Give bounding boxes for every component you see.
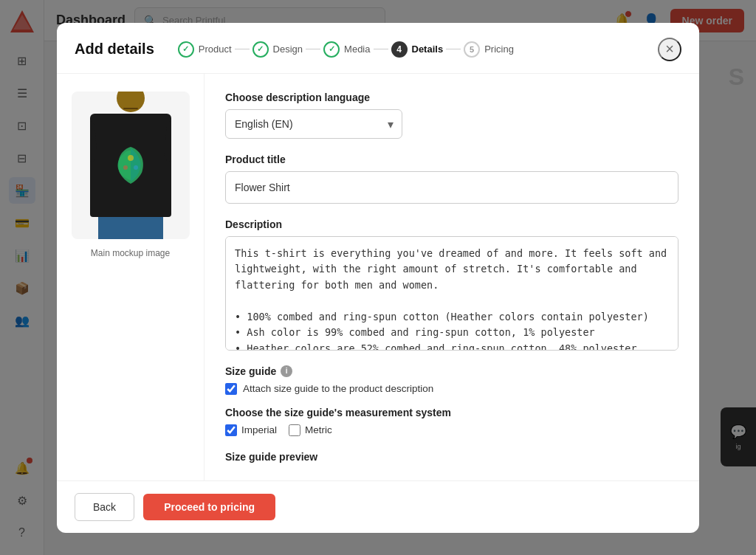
svg-point-4 bbox=[123, 165, 128, 170]
size-guide-info-icon[interactable]: i bbox=[281, 365, 292, 377]
step-icon-design: ✓ bbox=[252, 41, 269, 58]
add-details-modal: Add details ✓ Product ✓ Design ✓ Me bbox=[57, 23, 699, 533]
svg-point-5 bbox=[134, 165, 138, 170]
language-label: Choose description language bbox=[225, 92, 678, 103]
step-media[interactable]: ✓ Media bbox=[323, 41, 370, 58]
attach-size-guide-checkbox[interactable] bbox=[225, 383, 237, 395]
step-label-design: Design bbox=[273, 44, 303, 55]
step-pricing[interactable]: 5 Pricing bbox=[464, 41, 514, 58]
metric-checkbox[interactable] bbox=[289, 424, 300, 436]
imperial-label: Imperial bbox=[241, 424, 277, 435]
modal-left-panel: Main mockup image bbox=[57, 74, 205, 480]
modal-form: Choose description language English (EN)… bbox=[205, 74, 699, 480]
size-guide-preview-section: Size guide preview bbox=[225, 451, 678, 463]
modal-footer: Back Proceed to pricing bbox=[57, 480, 699, 533]
product-title-section: Product title bbox=[225, 154, 678, 204]
stepper: ✓ Product ✓ Design ✓ Media 4 bbox=[178, 41, 514, 58]
step-label-media: Media bbox=[344, 44, 370, 55]
step-icon-product: ✓ bbox=[178, 41, 194, 58]
step-divider-4 bbox=[446, 49, 461, 49]
step-divider-1 bbox=[235, 49, 250, 49]
metric-label: Metric bbox=[305, 424, 332, 435]
step-label-product: Product bbox=[199, 44, 232, 55]
svg-point-3 bbox=[128, 155, 134, 161]
step-divider-2 bbox=[306, 49, 320, 49]
measurement-options: Imperial Metric bbox=[225, 424, 678, 436]
step-icon-details: 4 bbox=[391, 41, 408, 58]
back-button[interactable]: Back bbox=[75, 493, 134, 521]
language-section: Choose description language English (EN)… bbox=[225, 92, 678, 139]
step-icon-media: ✓ bbox=[323, 41, 340, 58]
proceed-button[interactable]: Proceed to pricing bbox=[143, 494, 275, 520]
description-label: Description bbox=[225, 218, 678, 230]
step-icon-pricing: 5 bbox=[464, 41, 480, 58]
modal-overlay[interactable]: Add details ✓ Product ✓ Design ✓ Me bbox=[0, 0, 756, 555]
product-title-input[interactable] bbox=[225, 171, 678, 204]
step-product[interactable]: ✓ Product bbox=[178, 41, 232, 58]
attach-size-guide-label[interactable]: Attach size guide to the product descrip… bbox=[243, 383, 433, 394]
shirt-design-svg bbox=[105, 139, 157, 191]
imperial-checkbox[interactable] bbox=[225, 424, 237, 436]
step-divider-3 bbox=[374, 49, 388, 49]
attach-size-guide-row: Attach size guide to the product descrip… bbox=[225, 383, 678, 395]
description-textarea[interactable]: This t-shirt is everything you've dreame… bbox=[225, 236, 678, 351]
language-select[interactable]: English (EN) German (DE) French (FR) Spa… bbox=[225, 109, 402, 139]
product-title-label: Product title bbox=[225, 154, 678, 165]
step-label-details: Details bbox=[412, 44, 444, 55]
measurement-system-label: Choose the size guide's measurement syst… bbox=[225, 407, 678, 418]
step-design[interactable]: ✓ Design bbox=[252, 41, 303, 58]
language-select-wrapper[interactable]: English (EN) German (DE) French (FR) Spa… bbox=[225, 109, 402, 139]
imperial-option[interactable]: Imperial bbox=[225, 424, 277, 436]
step-details[interactable]: 4 Details bbox=[391, 41, 444, 58]
size-guide-preview-label: Size guide preview bbox=[225, 451, 678, 463]
modal-title: Add details bbox=[75, 41, 154, 58]
step-label-pricing: Pricing bbox=[484, 44, 514, 55]
description-section: Description This t-shirt is everything y… bbox=[225, 218, 678, 351]
mockup-image-label: Main mockup image bbox=[91, 248, 170, 258]
modal-body: Main mockup image Choose description lan… bbox=[57, 74, 699, 480]
size-guide-section: Size guide i Attach size guide to the pr… bbox=[225, 365, 678, 436]
metric-option[interactable]: Metric bbox=[289, 424, 332, 436]
size-guide-header: Size guide i bbox=[225, 365, 678, 377]
product-image-container bbox=[72, 92, 190, 239]
modal-close-button[interactable]: × bbox=[658, 38, 681, 61]
size-guide-label: Size guide bbox=[225, 365, 276, 377]
modal-header: Add details ✓ Product ✓ Design ✓ Me bbox=[57, 23, 699, 74]
